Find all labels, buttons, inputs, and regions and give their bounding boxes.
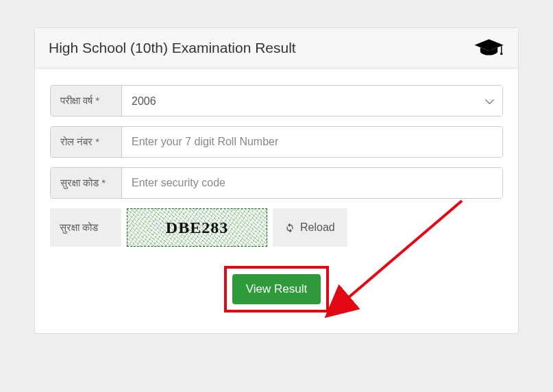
captcha-row: सुरक्षा कोड DBE283 Reload <box>50 208 503 247</box>
year-select[interactable]: 2006 <box>122 86 502 116</box>
reload-button[interactable]: Reload <box>273 208 347 247</box>
year-row: परीक्षा वर्ष * 2006 <box>50 85 503 117</box>
code-label: सुरक्षा कोड * <box>51 168 122 198</box>
submit-area: View Result <box>50 266 503 313</box>
reload-icon <box>285 223 295 232</box>
roll-input[interactable] <box>122 127 502 157</box>
reload-label: Reload <box>300 221 335 234</box>
panel-title: High School (10th) Examination Result <box>49 40 296 56</box>
code-row: सुरक्षा कोड * <box>50 167 503 199</box>
security-code-input[interactable] <box>122 168 502 198</box>
view-result-button[interactable]: View Result <box>232 274 321 304</box>
highlight-box: View Result <box>224 266 329 313</box>
roll-row: रोल नंबर * <box>50 126 503 158</box>
captcha-image: DBE283 <box>127 208 267 247</box>
panel-body: परीक्षा वर्ष * 2006 रोल नंबर * सुरक्षा क… <box>35 69 518 333</box>
year-label: परीक्षा वर्ष * <box>51 86 122 116</box>
captcha-label: सुरक्षा कोड <box>50 208 121 247</box>
svg-point-1 <box>500 53 503 56</box>
roll-label: रोल नंबर * <box>51 127 122 157</box>
panel-header: High School (10th) Examination Result <box>35 28 518 69</box>
result-form-panel: High School (10th) Examination Result पर… <box>34 27 519 334</box>
graduation-cap-icon <box>474 38 504 58</box>
year-select-wrap: 2006 <box>122 86 502 116</box>
